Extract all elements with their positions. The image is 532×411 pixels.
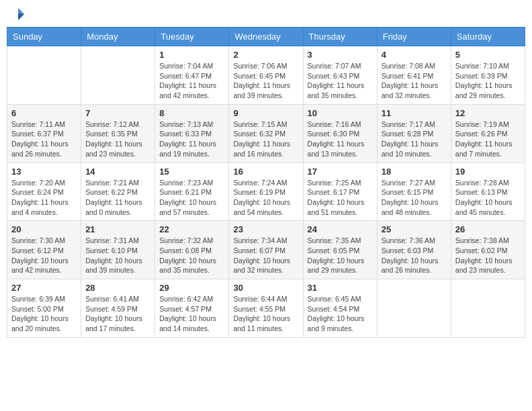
day-number: 24 (308, 224, 373, 234)
day-number: 10 (308, 108, 373, 118)
day-number: 20 (11, 224, 77, 234)
day-cell: 31Sunrise: 6:45 AM Sunset: 4:54 PM Dayli… (303, 279, 377, 338)
day-info: Sunrise: 7:10 AM Sunset: 6:39 PM Dayligh… (455, 61, 521, 101)
day-number: 1 (159, 50, 224, 60)
day-info: Sunrise: 6:45 AM Sunset: 4:54 PM Dayligh… (308, 294, 373, 334)
day-number: 23 (233, 224, 298, 234)
day-info: Sunrise: 7:27 AM Sunset: 6:15 PM Dayligh… (382, 178, 447, 218)
weekday-header-monday: Monday (81, 28, 155, 46)
day-number: 9 (233, 108, 298, 118)
day-info: Sunrise: 7:34 AM Sunset: 6:07 PM Dayligh… (233, 236, 298, 275)
day-cell: 19Sunrise: 7:28 AM Sunset: 6:13 PM Dayli… (451, 163, 525, 221)
week-row-2: 6Sunrise: 7:11 AM Sunset: 6:37 PM Daylig… (7, 104, 525, 163)
day-number: 4 (382, 50, 447, 60)
day-info: Sunrise: 7:36 AM Sunset: 6:03 PM Dayligh… (382, 236, 447, 275)
day-cell (7, 46, 81, 105)
day-cell: 18Sunrise: 7:27 AM Sunset: 6:15 PM Dayli… (377, 163, 451, 221)
day-number: 11 (382, 108, 447, 118)
day-info: Sunrise: 7:25 AM Sunset: 6:17 PM Dayligh… (308, 178, 373, 218)
day-number: 26 (455, 224, 521, 234)
day-info: Sunrise: 7:07 AM Sunset: 6:43 PM Dayligh… (308, 61, 373, 101)
day-info: Sunrise: 7:16 AM Sunset: 6:30 PM Dayligh… (308, 120, 373, 159)
day-number: 3 (308, 50, 373, 60)
day-info: Sunrise: 7:12 AM Sunset: 6:35 PM Dayligh… (85, 120, 150, 159)
day-info: Sunrise: 7:11 AM Sunset: 6:37 PM Dayligh… (11, 120, 77, 159)
day-number: 5 (455, 50, 521, 60)
day-info: Sunrise: 7:19 AM Sunset: 6:26 PM Dayligh… (455, 120, 521, 159)
day-number: 28 (85, 283, 150, 293)
day-info: Sunrise: 7:32 AM Sunset: 6:08 PM Dayligh… (159, 236, 224, 275)
day-number: 7 (85, 108, 150, 118)
day-number: 27 (11, 283, 77, 293)
day-cell: 8Sunrise: 7:13 AM Sunset: 6:33 PM Daylig… (155, 104, 229, 163)
day-number: 16 (233, 167, 298, 177)
day-cell: 28Sunrise: 6:41 AM Sunset: 4:59 PM Dayli… (81, 279, 155, 338)
day-info: Sunrise: 7:04 AM Sunset: 6:47 PM Dayligh… (159, 61, 224, 101)
day-number: 12 (455, 108, 521, 118)
day-cell (451, 279, 525, 338)
day-info: Sunrise: 7:21 AM Sunset: 6:22 PM Dayligh… (85, 178, 150, 218)
day-cell: 14Sunrise: 7:21 AM Sunset: 6:22 PM Dayli… (81, 163, 155, 221)
week-row-5: 27Sunrise: 6:39 AM Sunset: 5:00 PM Dayli… (7, 279, 525, 338)
day-cell: 25Sunrise: 7:36 AM Sunset: 6:03 PM Dayli… (377, 221, 451, 279)
day-number: 25 (382, 224, 447, 234)
weekday-header-row: SundayMondayTuesdayWednesdayThursdayFrid… (7, 28, 525, 46)
week-row-3: 13Sunrise: 7:20 AM Sunset: 6:24 PM Dayli… (7, 163, 525, 221)
day-number: 18 (382, 167, 447, 177)
day-number: 14 (85, 167, 150, 177)
day-number: 19 (455, 167, 521, 177)
day-info: Sunrise: 7:13 AM Sunset: 6:33 PM Dayligh… (159, 120, 224, 159)
day-number: 31 (308, 283, 373, 293)
logo-icon (11, 7, 26, 21)
day-cell: 12Sunrise: 7:19 AM Sunset: 6:26 PM Dayli… (451, 104, 525, 163)
day-number: 6 (11, 108, 77, 118)
day-info: Sunrise: 7:38 AM Sunset: 6:02 PM Dayligh… (455, 236, 521, 275)
day-info: Sunrise: 7:17 AM Sunset: 6:28 PM Dayligh… (382, 120, 447, 159)
day-cell (81, 46, 155, 105)
day-number: 29 (159, 283, 224, 293)
day-cell: 11Sunrise: 7:17 AM Sunset: 6:28 PM Dayli… (377, 104, 451, 163)
weekday-header-wednesday: Wednesday (229, 28, 303, 46)
day-cell: 13Sunrise: 7:20 AM Sunset: 6:24 PM Dayli… (7, 163, 81, 221)
logo (9, 7, 26, 21)
day-cell: 21Sunrise: 7:31 AM Sunset: 6:10 PM Dayli… (81, 221, 155, 279)
day-number: 13 (11, 167, 77, 177)
day-number: 30 (233, 283, 298, 293)
day-cell: 1Sunrise: 7:04 AM Sunset: 6:47 PM Daylig… (155, 46, 229, 105)
day-number: 8 (159, 108, 224, 118)
day-number: 2 (233, 50, 298, 60)
day-cell: 2Sunrise: 7:06 AM Sunset: 6:45 PM Daylig… (229, 46, 303, 105)
day-info: Sunrise: 6:41 AM Sunset: 4:59 PM Dayligh… (85, 294, 150, 334)
day-number: 21 (85, 224, 150, 234)
day-number: 15 (159, 167, 224, 177)
weekday-header-friday: Friday (377, 28, 451, 46)
day-info: Sunrise: 7:23 AM Sunset: 6:21 PM Dayligh… (159, 178, 224, 218)
weekday-header-thursday: Thursday (303, 28, 377, 46)
day-cell: 5Sunrise: 7:10 AM Sunset: 6:39 PM Daylig… (451, 46, 525, 105)
day-cell: 10Sunrise: 7:16 AM Sunset: 6:30 PM Dayli… (303, 104, 377, 163)
weekday-header-sunday: Sunday (7, 28, 81, 46)
week-row-1: 1Sunrise: 7:04 AM Sunset: 6:47 PM Daylig… (7, 46, 525, 105)
day-info: Sunrise: 7:06 AM Sunset: 6:45 PM Dayligh… (233, 61, 298, 101)
day-info: Sunrise: 6:39 AM Sunset: 5:00 PM Dayligh… (11, 294, 77, 334)
day-cell: 26Sunrise: 7:38 AM Sunset: 6:02 PM Dayli… (451, 221, 525, 279)
day-cell: 16Sunrise: 7:24 AM Sunset: 6:19 PM Dayli… (229, 163, 303, 221)
day-cell: 23Sunrise: 7:34 AM Sunset: 6:07 PM Dayli… (229, 221, 303, 279)
day-cell: 4Sunrise: 7:08 AM Sunset: 6:41 PM Daylig… (377, 46, 451, 105)
day-number: 17 (308, 167, 373, 177)
day-cell: 3Sunrise: 7:07 AM Sunset: 6:43 PM Daylig… (303, 46, 377, 105)
day-info: Sunrise: 7:31 AM Sunset: 6:10 PM Dayligh… (85, 236, 150, 275)
day-info: Sunrise: 7:28 AM Sunset: 6:13 PM Dayligh… (455, 178, 521, 218)
day-cell (377, 279, 451, 338)
day-info: Sunrise: 7:24 AM Sunset: 6:19 PM Dayligh… (233, 178, 298, 218)
week-row-4: 20Sunrise: 7:30 AM Sunset: 6:12 PM Dayli… (7, 221, 525, 279)
day-info: Sunrise: 7:35 AM Sunset: 6:05 PM Dayligh… (308, 236, 373, 275)
day-cell: 17Sunrise: 7:25 AM Sunset: 6:17 PM Dayli… (303, 163, 377, 221)
day-info: Sunrise: 7:08 AM Sunset: 6:41 PM Dayligh… (382, 61, 447, 101)
calendar-table: SundayMondayTuesdayWednesdayThursdayFrid… (7, 27, 525, 338)
day-cell: 6Sunrise: 7:11 AM Sunset: 6:37 PM Daylig… (7, 104, 81, 163)
day-cell: 9Sunrise: 7:15 AM Sunset: 6:32 PM Daylig… (229, 104, 303, 163)
day-cell: 27Sunrise: 6:39 AM Sunset: 5:00 PM Dayli… (7, 279, 81, 338)
day-info: Sunrise: 7:15 AM Sunset: 6:32 PM Dayligh… (233, 120, 298, 159)
day-cell: 30Sunrise: 6:44 AM Sunset: 4:55 PM Dayli… (229, 279, 303, 338)
